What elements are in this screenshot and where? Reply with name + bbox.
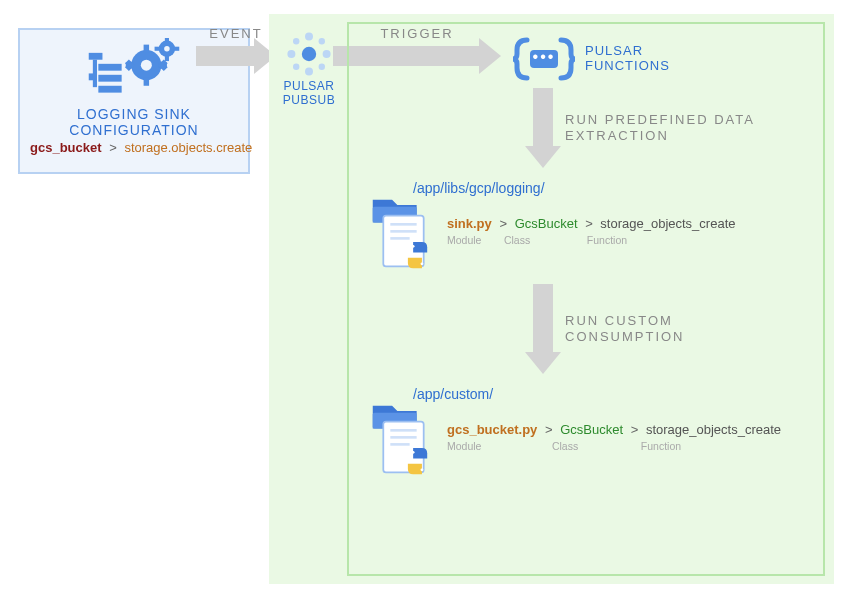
svg-rect-7 — [144, 45, 149, 53]
function-scope-box: ••• PULSAR FUNCTIONS RUN PREDEFINED DATA… — [347, 22, 825, 576]
pipeline-panel: PULSAR PUBSUB TRIGGER ••• PULSAR FUNCTIO… — [269, 14, 834, 584]
bucket-method: storage.objects.create — [124, 140, 252, 155]
svg-rect-19 — [155, 47, 160, 51]
pulsar-functions-label: PULSAR FUNCTIONS — [585, 44, 670, 74]
consume-arrow: RUN CUSTOM CONSUMPTION — [531, 284, 555, 374]
builtin-path: /app/libs/gcp/logging/ — [413, 180, 747, 196]
pulsar-pubsub-label: PULSAR PUBSUB — [279, 80, 339, 108]
builtin-codeline: sink.py > GcsBucket > storage_objects_cr… — [447, 216, 736, 231]
svg-point-24 — [305, 68, 313, 76]
consume-label: RUN CUSTOM CONSUMPTION — [565, 313, 685, 346]
custom-class-name: GcsBucket — [560, 422, 623, 437]
custom-codeline: gcs_bucket.py > GcsBucket > storage_obje… — [447, 422, 781, 437]
svg-rect-3 — [98, 75, 121, 82]
python-file-icon — [367, 198, 447, 273]
pubsub-icon — [285, 30, 333, 78]
svg-point-29 — [293, 64, 299, 70]
pulsar-functions: ••• PULSAR FUNCTIONS — [513, 36, 670, 82]
svg-point-30 — [319, 64, 325, 70]
logging-sink-title: LOGGING SINK CONFIGURATION — [30, 106, 238, 138]
svg-point-28 — [319, 38, 325, 44]
bucket-name: gcs_bucket — [30, 140, 102, 155]
builtin-module-name: sink.py — [447, 216, 492, 231]
svg-point-23 — [305, 32, 313, 40]
builtin-sublabels: Module Class Function — [447, 234, 736, 246]
extract-arrow: RUN PREDEFINED DATA EXTRACTION — [531, 88, 555, 168]
custom-module-name: gcs_bucket.py — [447, 422, 537, 437]
svg-point-26 — [323, 50, 331, 58]
svg-point-22 — [302, 47, 316, 61]
gears-icon — [86, 38, 182, 102]
builtin-function-name: storage_objects_create — [600, 216, 735, 231]
svg-rect-17 — [165, 38, 169, 42]
svg-rect-2 — [98, 64, 121, 71]
svg-point-36 — [412, 245, 415, 248]
svg-rect-18 — [165, 56, 169, 61]
svg-rect-4 — [98, 86, 121, 93]
svg-point-44 — [421, 468, 424, 471]
extract-label: RUN PREDEFINED DATA EXTRACTION — [565, 112, 755, 145]
python-file-icon — [367, 404, 447, 479]
svg-rect-5 — [93, 60, 97, 87]
custom-path: /app/custom/ — [413, 386, 807, 402]
svg-rect-20 — [174, 47, 179, 51]
custom-module: /app/custom/ — [367, 386, 807, 479]
builtin-module: /app/libs/gcp/logging/ — [367, 180, 747, 273]
pulsar-pubsub: PULSAR PUBSUB — [279, 30, 339, 108]
svg-point-43 — [412, 451, 415, 454]
svg-rect-0 — [89, 53, 103, 60]
svg-point-27 — [293, 38, 299, 44]
logging-sink-filter: gcs_bucket > storage.objects.create — [30, 140, 238, 155]
svg-rect-8 — [144, 78, 149, 86]
svg-point-15 — [141, 60, 152, 71]
event-arrow: EVENT — [196, 44, 276, 68]
event-label: EVENT — [209, 26, 262, 41]
svg-point-37 — [421, 262, 424, 265]
custom-sublabels: Module Class Function — [447, 440, 781, 452]
svg-point-25 — [287, 50, 295, 58]
builtin-class-name: GcsBucket — [515, 216, 578, 231]
svg-point-21 — [164, 46, 169, 51]
braces-icon: ••• — [513, 36, 575, 82]
custom-function-name: storage_objects_create — [646, 422, 781, 437]
